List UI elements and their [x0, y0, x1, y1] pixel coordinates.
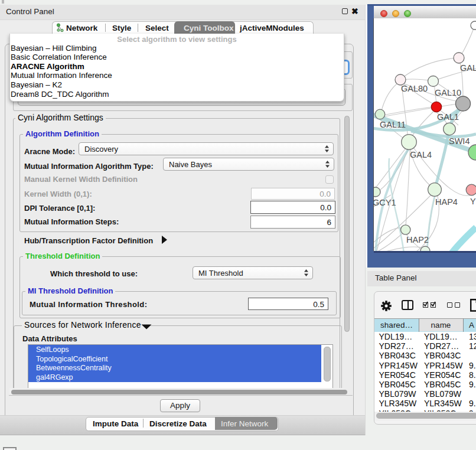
svg-text:GAL4: GAL4: [410, 150, 432, 159]
svg-text:GAL1: GAL1: [437, 112, 459, 122]
svg-text:SWI4: SWI4: [449, 136, 470, 146]
svg-text:GAL11: GAL11: [380, 120, 406, 129]
svg-text:GAL7: GAL7: [460, 63, 476, 73]
svg-text:GAL80: GAL80: [401, 84, 428, 93]
svg-text:HAP4: HAP4: [435, 197, 458, 207]
svg-text:Y: Y: [470, 197, 476, 206]
svg-text:GCY1: GCY1: [374, 198, 396, 207]
svg-text:HAP2: HAP2: [406, 235, 429, 244]
svg-text:GAL10: GAL10: [435, 88, 461, 97]
